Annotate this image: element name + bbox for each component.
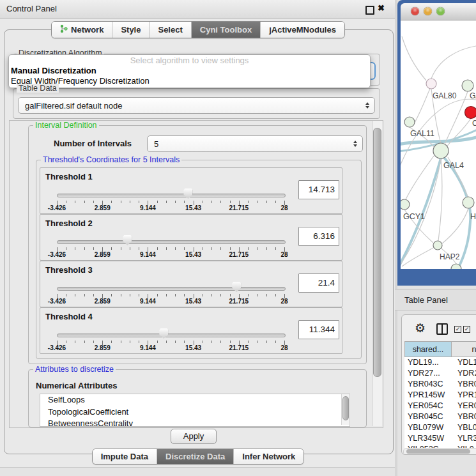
slider-track[interactable] xyxy=(57,194,286,197)
slider-track[interactable] xyxy=(57,334,286,337)
slider-tick-label: -3.426 xyxy=(43,344,71,351)
table-row[interactable]: YER054CYER0 xyxy=(404,401,476,411)
split-columns-icon[interactable] xyxy=(436,323,448,335)
slider-tick xyxy=(84,294,85,296)
cell-name[interactable]: YDR2 xyxy=(455,368,476,379)
apply-button[interactable]: Apply xyxy=(171,429,217,444)
window-close-icon[interactable]: ✖ xyxy=(378,3,385,13)
number-of-intervals-combo[interactable]: 5 xyxy=(147,135,363,152)
dropdown-item-manual-discretization[interactable]: Manual Discretization xyxy=(9,66,370,76)
table-row[interactable]: YBR045CYBR0 xyxy=(404,411,476,422)
checkbox-icon[interactable]: ✓ xyxy=(454,326,461,333)
network-node-ga[interactable] xyxy=(462,80,473,91)
network-node-c[interactable] xyxy=(465,107,476,119)
table-row[interactable]: YDL19...YDL1 xyxy=(404,357,476,368)
vertical-scrollbar[interactable] xyxy=(372,121,382,426)
slider-tick-label: 15.43 xyxy=(180,344,208,351)
threshold-label: Threshold 1 xyxy=(45,172,93,181)
network-window-titlebar[interactable] xyxy=(401,3,476,20)
table-row[interactable]: YDR27...YDR2 xyxy=(404,368,476,379)
threshold-label: Threshold 3 xyxy=(45,265,93,275)
cell-shared-name[interactable]: YBR045C xyxy=(404,411,455,422)
tab-impute-data[interactable]: Impute Data xyxy=(93,449,157,464)
tab-cyni-toolbox[interactable]: Cyni Toolbox xyxy=(192,22,261,38)
slider-tick xyxy=(66,201,66,203)
cell-name[interactable]: YER0 xyxy=(455,401,476,411)
attributes-list-scrollbar[interactable] xyxy=(341,394,349,425)
cell-shared-name[interactable]: YBL079W xyxy=(404,422,455,433)
slider-tick xyxy=(248,201,249,203)
slider-tick xyxy=(184,247,185,250)
cell-name[interactable]: YDL1 xyxy=(455,357,476,368)
network-node-gal11[interactable] xyxy=(404,117,415,127)
network-node-gal80[interactable] xyxy=(426,79,436,89)
numerical-attributes-list[interactable]: SelfLoopsTopologicalCoefficientBetweenne… xyxy=(40,394,350,427)
network-node-hap2[interactable] xyxy=(433,241,442,250)
threshold-value-field[interactable]: 6.316 xyxy=(298,227,339,246)
tab-select[interactable]: Select xyxy=(150,22,191,38)
slider-tick xyxy=(203,247,203,250)
table-row[interactable]: YBR043CYBR0 xyxy=(404,379,476,390)
slider-track[interactable] xyxy=(57,240,286,244)
cell-name[interactable]: YBL0 xyxy=(455,422,476,433)
slider-tick xyxy=(66,247,66,250)
table-data-combo[interactable]: galFiltered.sif default node xyxy=(18,97,375,114)
checkbox-icon[interactable]: ✓ xyxy=(463,326,470,333)
network-canvas[interactable]: GAL80GACGAL11GAL4GCY1HHAP2 xyxy=(401,20,476,269)
slider-tick xyxy=(130,294,130,296)
tab-jactivemnodules[interactable]: jActiveMNodules xyxy=(261,22,344,38)
network-node-gcy1[interactable] xyxy=(401,199,410,210)
tab-style[interactable]: Style xyxy=(112,22,150,38)
minimize-traffic-light[interactable] xyxy=(424,7,432,15)
node-label: GAL80 xyxy=(433,91,457,100)
node-label: C xyxy=(472,119,476,128)
table-row[interactable]: YPR145WYPR1 xyxy=(404,390,476,401)
cell-shared-name[interactable]: YDL19... xyxy=(404,357,455,368)
vertical-scrollbar-thumb[interactable] xyxy=(373,128,381,377)
column-header-shared-name[interactable]: shared... xyxy=(404,341,452,357)
network-node-gal4[interactable] xyxy=(433,143,449,158)
close-traffic-light[interactable] xyxy=(411,7,419,15)
tab-discretize-data[interactable]: Discretize Data xyxy=(157,449,234,464)
cell-name[interactable]: YPR1 xyxy=(455,390,476,401)
attribute-list-item-selfloops[interactable]: SelfLoops xyxy=(40,394,349,406)
cell-shared-name[interactable]: YDR27... xyxy=(404,368,455,379)
column-header-name[interactable]: n xyxy=(452,341,476,357)
slider-tick xyxy=(175,201,176,203)
slider-tick xyxy=(139,247,139,250)
attribute-list-item-betweennesscentrality[interactable]: BetweennessCentrality xyxy=(40,418,349,427)
zoom-traffic-light[interactable] xyxy=(436,7,445,15)
threshold-value-field[interactable]: 14.713 xyxy=(298,180,339,199)
cell-name[interactable]: YLR3 xyxy=(455,433,476,444)
attributes-scrollbar-thumb[interactable] xyxy=(342,396,349,420)
slider-tick xyxy=(203,341,203,343)
table-row[interactable]: YLR345WYLR3 xyxy=(404,433,476,444)
slider-tick xyxy=(266,341,267,343)
slider-tick xyxy=(175,247,176,250)
slider-tick xyxy=(121,294,121,296)
cell-shared-name[interactable]: YER054C xyxy=(404,401,455,411)
threshold-label: Threshold 2 xyxy=(45,219,93,228)
tab-infer-network[interactable]: Infer Network xyxy=(234,449,303,464)
cell-name[interactable]: YBR0 xyxy=(455,411,476,422)
horizontal-scrollbar[interactable] xyxy=(403,448,476,455)
dropdown-item-equal-width-frequency-discretization[interactable]: Equal Width/Frequency Discretization xyxy=(9,76,370,86)
attribute-list-item-topologicalcoefficient[interactable]: TopologicalCoefficient xyxy=(40,406,349,418)
threshold-value-field[interactable]: 11.344 xyxy=(298,320,339,339)
network-node-h[interactable] xyxy=(463,197,474,208)
tab-network[interactable]: Network xyxy=(52,22,112,38)
slider-tick xyxy=(66,341,66,343)
table-row[interactable]: YBL079WYBL0 xyxy=(404,422,476,433)
node-label: GA xyxy=(470,91,476,100)
threshold-value-field[interactable]: 21.4 xyxy=(298,273,339,293)
slider-tick-label: 2.859 xyxy=(88,251,116,258)
gear-icon[interactable]: ⚙ xyxy=(415,321,426,335)
slider-tick xyxy=(166,294,167,296)
horizontal-scrollbar-thumb[interactable] xyxy=(406,449,470,454)
cell-shared-name[interactable]: YPR145W xyxy=(404,390,455,401)
cell-shared-name[interactable]: YLR345W xyxy=(404,433,455,444)
cell-name[interactable]: YBR0 xyxy=(455,379,476,390)
cell-shared-name[interactable]: YBR043C xyxy=(404,379,455,390)
slider-track[interactable] xyxy=(57,287,286,291)
window-float-icon[interactable] xyxy=(365,6,374,15)
